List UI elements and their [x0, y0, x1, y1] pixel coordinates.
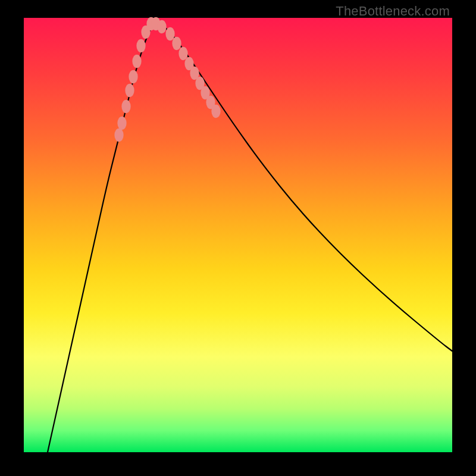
dot	[132, 55, 141, 68]
curve-svg	[24, 18, 452, 452]
watermark-text: TheBottleneck.com	[336, 4, 450, 19]
dot	[117, 117, 126, 130]
dot	[172, 37, 181, 51]
dot	[157, 20, 166, 34]
dot	[114, 129, 123, 142]
dot	[121, 100, 130, 114]
plot-area	[24, 18, 452, 452]
dot	[125, 84, 134, 98]
chart-root: TheBottleneck.com	[0, 0, 476, 476]
bottleneck-curve	[48, 24, 452, 452]
dot	[211, 105, 220, 118]
dot	[178, 47, 187, 61]
dot	[129, 70, 137, 84]
dot	[136, 39, 145, 53]
highlight-dots	[114, 17, 220, 142]
dot	[165, 27, 174, 41]
